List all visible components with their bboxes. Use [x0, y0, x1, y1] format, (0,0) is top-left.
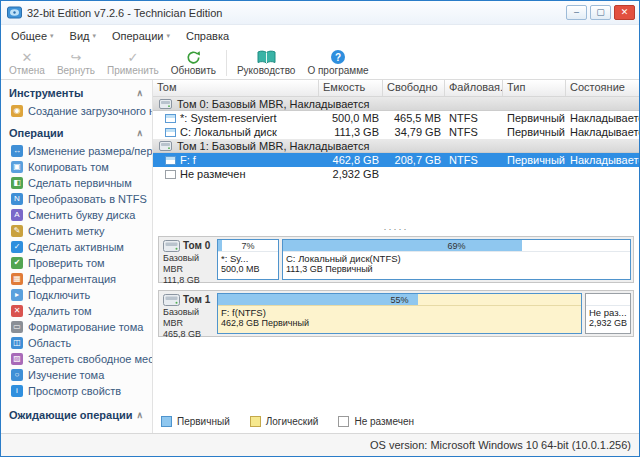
disk-panels: Том 0 Базовый MBR 111,8 GB 7% *: Sy...	[153, 234, 639, 344]
unallocated-swatch-icon	[338, 416, 349, 427]
partition-strip: 55% F: f(NTFS) 462,8 GB Первичный Не раз…	[217, 293, 631, 334]
app-icon	[7, 5, 22, 20]
sidebar-item-resize[interactable]: ↔ Изменение размера/пере...	[1, 143, 152, 159]
table-row-selected[interactable]: F: f 462,8 GB 208,7 GB NTFS Первичный На…	[153, 153, 639, 167]
sidebar-item-label: Изменение размера/пере...	[28, 145, 152, 157]
type-cell	[503, 167, 566, 181]
legend-primary: Первичный	[161, 416, 230, 427]
close-button[interactable]: ✕	[614, 5, 635, 20]
drive-letter-icon: A	[11, 209, 23, 221]
sidebar-item-convert-ntfs[interactable]: N Преобразовать в NTFS	[1, 191, 152, 207]
usage-percent: 7%	[218, 240, 278, 252]
sidebar-item-delete-volume[interactable]: ✕ Удалить том	[1, 303, 152, 319]
sidebar-item-view-properties[interactable]: i Просмотр свойств	[1, 383, 152, 399]
chevron-up-icon: ∧	[136, 88, 143, 98]
check-volume-icon: ✔	[11, 257, 23, 269]
table-group-row[interactable]: Том 0: Базовый MBR, Накладывается	[153, 97, 639, 111]
partition-icon	[165, 128, 176, 137]
refresh-button[interactable]: Обновить	[165, 47, 222, 79]
disk-icon	[163, 294, 180, 306]
sidebar-item-format-volume[interactable]: ▭ Форматирование тома	[1, 319, 152, 335]
table-row[interactable]: Не размечен 2,932 GB	[153, 167, 639, 181]
unallocated-icon	[165, 170, 176, 179]
menu-view[interactable]: Вид ▾	[70, 30, 96, 42]
sidebar-item-label: Область	[28, 337, 71, 349]
main-spacer	[153, 344, 639, 416]
convert-ntfs-icon: N	[11, 193, 23, 205]
table-row[interactable]: C: Локальный диск 111,3 GB 34,79 GB NTFS…	[153, 125, 639, 139]
refresh-icon	[186, 49, 201, 65]
partition-block-f-drive-selected[interactable]: 55% F: f(NTFS) 462,8 GB Первичный	[217, 293, 582, 334]
column-state[interactable]: Состояние	[566, 80, 639, 96]
sidebar-section-pending-operations[interactable]: Ожидающие операции ∧	[1, 405, 152, 425]
legend-label: Первичный	[177, 416, 230, 427]
sidebar-item-copy-volume[interactable]: ▣ Копировать том	[1, 159, 152, 175]
partition-block-unallocated[interactable]: Не раз... 2,932 GB	[585, 293, 631, 334]
delete-icon: ✕	[11, 305, 23, 317]
minimize-button[interactable]: –	[566, 5, 587, 20]
sidebar-item-explore-volume[interactable]: ○ Изучение тома	[1, 367, 152, 383]
sidebar-item-label: Удалить том	[28, 305, 92, 317]
sidebar-section-tools[interactable]: Инструменты ∧	[1, 83, 152, 103]
disk-kind: Базовый MBR	[163, 253, 215, 275]
disk-kind: Базовый MBR	[163, 307, 215, 329]
sidebar-item-make-active[interactable]: ✓ Сделать активным	[1, 239, 152, 255]
column-free[interactable]: Свободно	[383, 80, 445, 96]
column-type[interactable]: Тип	[503, 80, 566, 96]
menu-operations[interactable]: Операции ▾	[112, 30, 170, 42]
guide-button[interactable]: Руководство	[231, 47, 301, 79]
partition-icon	[165, 114, 176, 123]
menu-help[interactable]: Справка	[186, 30, 229, 42]
sidebar-item-create-bootable[interactable]: ◉ Создание загрузочного но...	[1, 103, 152, 119]
sidebar-item-label: Сменить метку	[28, 225, 104, 237]
sidebar-item-label: Преобразовать в NTFS	[28, 193, 147, 205]
menu-general[interactable]: Общее ▾	[11, 30, 54, 42]
menu-label: Справка	[186, 30, 229, 42]
region-icon: ◫	[11, 337, 23, 349]
redo-button[interactable]: ↪ Вернуть	[51, 47, 101, 79]
partition-label: C: Локальный диск(NTFS)	[283, 252, 630, 264]
sidebar-item-defragment[interactable]: ▦ Дефрагментация	[1, 271, 152, 287]
sidebar-item-label: Сделать первичным	[28, 177, 132, 189]
sidebar-item-label: Подключить	[28, 289, 90, 301]
column-filesystem[interactable]: Файловая...	[445, 80, 503, 96]
fs-cell: NTFS	[445, 111, 503, 125]
table-group-row[interactable]: Том 1: Базовый MBR, Накладывается	[153, 139, 639, 153]
disk-panel-0: Том 0 Базовый MBR 111,8 GB 7% *: Sy...	[158, 236, 634, 283]
section-title: Операции	[9, 127, 63, 139]
column-volume[interactable]: Том	[153, 80, 319, 96]
partition-label: *: Sy...	[218, 252, 278, 264]
sidebar-item-wipe-free-space[interactable]: ▨ Затереть свободное место	[1, 351, 152, 367]
button-label: Обновить	[171, 65, 216, 76]
sidebar: Инструменты ∧ ◉ Создание загрузочного но…	[1, 80, 153, 433]
disk-info[interactable]: Том 1 Базовый MBR 465,8 GB	[161, 293, 217, 334]
partition-block-c-drive[interactable]: 69% C: Локальный диск(NTFS) 111,3 GB Пер…	[282, 239, 631, 280]
button-label: О программе	[307, 65, 368, 76]
sidebar-item-check-volume[interactable]: ✔ Проверить том	[1, 255, 152, 271]
chevron-down-icon: ▾	[50, 32, 54, 40]
splitter-handle[interactable]: ·····	[384, 224, 409, 234]
chevron-down-icon: ▾	[92, 32, 96, 40]
undo-button[interactable]: ✕ Отмена	[3, 47, 51, 79]
state-cell: Накладывается(Скрытый)	[566, 125, 639, 139]
column-capacity[interactable]: Емкость	[319, 80, 383, 96]
partition-block-system-reserved[interactable]: 7% *: Sy... 500,0 MB	[217, 239, 279, 280]
maximize-button[interactable]: ▢	[590, 5, 611, 20]
sidebar-item-change-label[interactable]: ✎ Сменить метку	[1, 223, 152, 239]
section-title: Ожидающие операции	[9, 409, 132, 421]
sidebar-item-region[interactable]: ◫ Область	[1, 335, 152, 351]
disk-info[interactable]: Том 0 Базовый MBR 111,8 GB	[161, 239, 217, 280]
sidebar-item-label: Проверить том	[28, 257, 105, 269]
sidebar-section-operations[interactable]: Операции ∧	[1, 123, 152, 143]
table-row[interactable]: *: System-reserviert 500,0 MB 465,5 MB N…	[153, 111, 639, 125]
primary-swatch-icon	[161, 416, 172, 427]
apply-button[interactable]: ✓ Применить	[101, 47, 165, 79]
sidebar-item-mount[interactable]: ▸ Подключить	[1, 287, 152, 303]
make-primary-icon: ◧	[11, 177, 23, 189]
sidebar-item-label: Изучение тома	[28, 369, 104, 381]
make-active-icon: ✓	[11, 241, 23, 253]
window-body: Инструменты ∧ ◉ Создание загрузочного но…	[1, 80, 639, 433]
about-button[interactable]: ? О программе	[301, 47, 374, 79]
sidebar-item-make-primary[interactable]: ◧ Сделать первичным	[1, 175, 152, 191]
sidebar-item-change-drive-letter[interactable]: A Сменить букву диска	[1, 207, 152, 223]
